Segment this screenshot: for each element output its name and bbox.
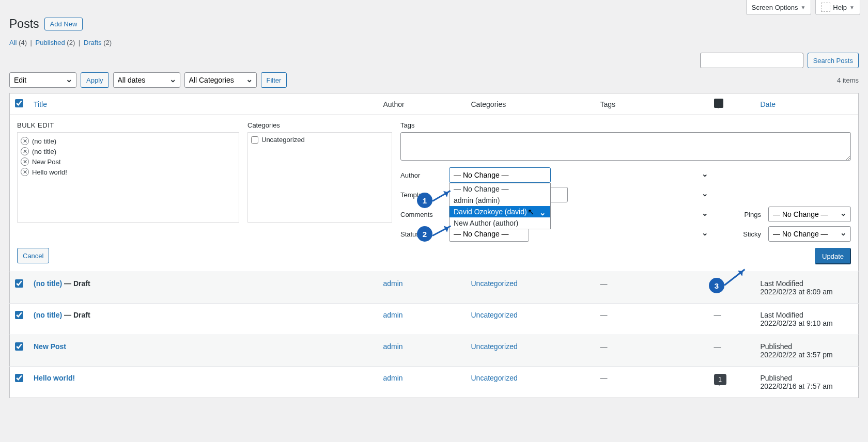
comments-cell: — [709,335,755,367]
post-status-filters: All (4) | Published (2) | Drafts (2) [9,39,859,46]
add-new-button[interactable]: Add New [44,18,83,30]
author-option[interactable]: New Author (author) [450,217,550,229]
sticky-label: Sticky [720,230,761,238]
comment-count-badge[interactable]: 1 [714,374,726,385]
sticky-select[interactable]: — No Change — [768,226,851,242]
pings-select[interactable]: — No Change — [768,207,851,222]
screen-options-tab[interactable]: Screen Options ▼ [746,0,812,15]
cancel-button[interactable]: Cancel [17,248,49,263]
bulk-action-select[interactable]: Edit [9,72,76,88]
bulk-edit-heading: BULK EDIT [17,121,239,129]
remove-icon[interactable]: ✕ [21,168,29,176]
page-title: Posts [9,17,39,31]
table-row: (no title) — Draft admin Uncategorized —… [10,304,859,335]
categories-list[interactable]: Uncategorized [247,132,392,223]
post-title-link[interactable]: (no title) [34,311,62,319]
filter-button[interactable]: Filter [261,72,287,88]
date-cell: Last Modified2022/02/23 at 8:09 am [755,272,859,304]
search-input[interactable] [700,53,803,68]
author-option-selected[interactable]: David Ozokoye (david) [450,206,550,217]
author-label: Author [400,171,442,179]
date-cell: Last Modified2022/02/23 at 9:10 am [755,304,859,335]
bulk-title-item: ✕Hello world! [21,167,236,177]
col-categories: Categories [471,100,506,108]
annotation-step-2: 2 [417,226,432,242]
category-link[interactable]: Uncategorized [471,311,518,319]
date-cell: Published2022/02/16 at 7:57 am [755,367,859,398]
author-link[interactable]: admin [383,311,403,319]
annotation-step-1: 1 [417,193,432,208]
date-filter-select[interactable]: All dates [113,72,180,88]
row-checkbox[interactable] [15,311,23,319]
tags-cell: — [595,304,709,335]
comments-cell: — [709,304,755,335]
author-link[interactable]: admin [383,342,403,351]
mouse-cursor-icon: ↖ [528,207,534,217]
row-checkbox[interactable] [15,279,23,288]
tags-cell: — [595,335,709,367]
tags-cell: — [595,367,709,398]
remove-icon[interactable]: ✕ [21,147,29,155]
chevron-down-icon: ▼ [849,5,855,10]
bulk-titles-list[interactable]: ✕(no title) ✕(no title) ✕New Post ✕Hello… [17,132,239,223]
category-link[interactable]: Uncategorized [471,279,518,288]
update-button[interactable]: Update [815,248,851,264]
author-link[interactable]: admin [383,374,403,382]
table-row: Hello world! admin Uncategorized — 1 Pub… [10,367,859,398]
pings-label: Pings [720,211,761,218]
author-option[interactable]: — No Change — [450,183,550,195]
filter-all[interactable]: All [9,39,17,46]
author-link[interactable]: admin [383,279,403,288]
author-select[interactable]: — No Change — [449,167,551,183]
help-icon [821,3,830,12]
bulk-title-item: ✕(no title) [21,136,236,146]
col-author: Author [383,100,405,108]
bulk-title-item: ✕New Post [21,156,236,167]
filter-published[interactable]: Published [36,39,65,46]
remove-icon[interactable]: ✕ [21,137,29,145]
col-date[interactable]: Date [761,100,776,108]
table-row: New Post admin Uncategorized — — Publish… [10,335,859,367]
category-link[interactable]: Uncategorized [471,374,518,382]
post-title-link[interactable]: Hello world! [34,374,75,382]
help-tab[interactable]: Help ▼ [815,0,860,15]
remove-icon[interactable]: ✕ [21,157,29,166]
category-option[interactable]: Uncategorized [251,136,389,144]
search-posts-button[interactable]: Search Posts [808,53,859,68]
tags-cell: — [595,272,709,304]
post-title-link[interactable]: (no title) [34,279,62,288]
row-checkbox[interactable] [15,342,23,351]
comments-icon[interactable] [714,99,723,108]
row-checkbox[interactable] [15,374,23,382]
bulk-title-item: ✕(no title) [21,146,236,156]
tags-heading: Tags [400,121,851,129]
post-title-link[interactable]: New Post [34,342,66,351]
chevron-down-icon: ▼ [800,5,805,10]
item-count: 4 items [837,76,859,84]
category-link[interactable]: Uncategorized [471,342,518,351]
author-option[interactable]: admin (admin) [450,195,550,206]
date-cell: Published2022/02/22 at 3:57 pm [755,335,859,367]
filter-drafts[interactable]: Drafts [84,39,102,46]
tags-input[interactable] [400,132,851,161]
author-dropdown: — No Change — admin (admin) David Ozokoy… [449,183,551,229]
col-tags: Tags [600,100,616,108]
categories-heading: Categories [247,121,392,129]
col-title[interactable]: Title [34,100,47,108]
annotation-step-3: 3 [709,278,724,293]
apply-button[interactable]: Apply [81,72,109,88]
select-all-checkbox[interactable] [15,99,23,107]
category-filter-select[interactable]: All Categories [184,72,257,88]
comments-label: Comments [400,211,442,218]
table-row: (no title) — Draft admin Uncategorized —… [10,272,859,304]
